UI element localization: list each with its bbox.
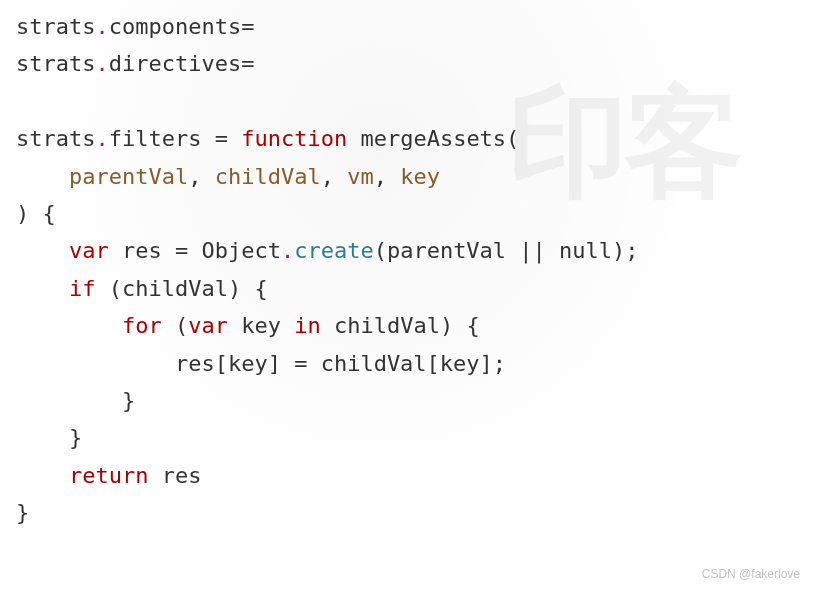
code-token: = [241, 14, 254, 39]
code-token: = [201, 126, 241, 151]
code-token: . [281, 238, 294, 263]
code-token: strats [16, 14, 95, 39]
code-token: (parentVal || null); [374, 238, 639, 263]
code-block: strats.components= strats.directives= st… [16, 8, 804, 531]
code-token: function [241, 126, 347, 151]
code-token: } [122, 388, 135, 413]
code-token: } [16, 500, 29, 525]
code-token: filters [109, 126, 202, 151]
code-token: res[key] = childVal[key]; [175, 351, 506, 376]
code-token: for [122, 313, 162, 338]
code-token: key [400, 164, 440, 189]
code-token: , [188, 164, 215, 189]
code-token: if [69, 276, 96, 301]
code-token: . [95, 126, 108, 151]
code-token: return [69, 463, 148, 488]
code-token: res = Object [109, 238, 281, 263]
code-token: , [321, 164, 348, 189]
code-token: components [109, 14, 241, 39]
code-token: , [374, 164, 401, 189]
code-token: ( [162, 313, 189, 338]
code-token: parentVal [69, 164, 188, 189]
code-token: . [95, 51, 108, 76]
code-token: strats [16, 51, 95, 76]
code-token: childVal [215, 164, 321, 189]
code-token: strats [16, 126, 95, 151]
code-token: mergeAssets( [347, 126, 519, 151]
code-token: res [148, 463, 201, 488]
code-token: childVal) { [321, 313, 480, 338]
credits-text: CSDN @fakerlove [702, 564, 800, 584]
code-token: } [69, 425, 82, 450]
code-token: vm [347, 164, 374, 189]
code-token: ) { [16, 201, 56, 226]
code-token: = [241, 51, 254, 76]
code-token: create [294, 238, 373, 263]
code-token: directives [109, 51, 241, 76]
code-token: (childVal) { [95, 276, 267, 301]
code-token: . [95, 14, 108, 39]
code-token: in [294, 313, 321, 338]
code-token: var [69, 238, 109, 263]
code-token: var [188, 313, 228, 338]
code-token: key [228, 313, 294, 338]
